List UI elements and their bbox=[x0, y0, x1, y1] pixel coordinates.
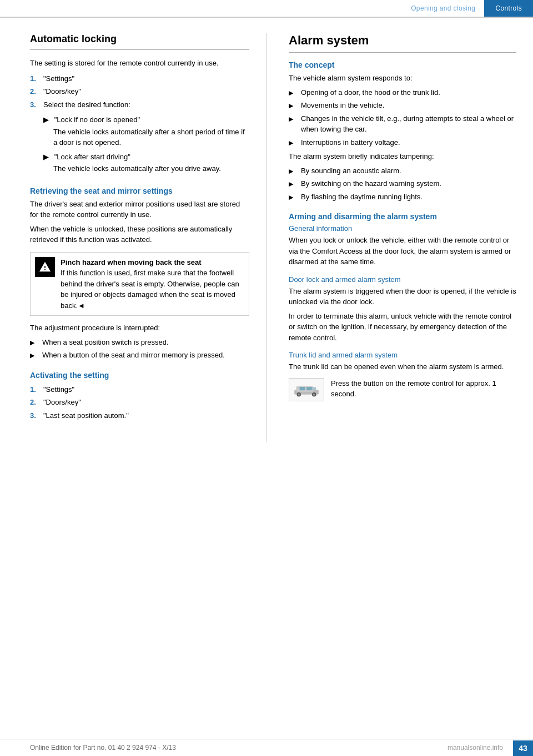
retrieving-title: Retrieving the seat and mirror settings bbox=[30, 187, 249, 195]
step-1-text: "Settings" bbox=[43, 73, 74, 84]
concept-intro: The vehicle alarm system responds to: bbox=[289, 73, 516, 84]
warning-line2: If this function is used, first make sur… bbox=[61, 269, 239, 310]
warning-line1: Pinch hazard when moving back the seat bbox=[61, 258, 202, 266]
step-2: 2. "Doors/key" bbox=[30, 86, 249, 97]
automatic-locking-section: Automatic locking The setting is stored … bbox=[30, 33, 249, 174]
footer-copyright: Online Edition for Part no. 01 40 2 924 … bbox=[30, 744, 176, 752]
trunk-section: Trunk lid and armed alarm system The tru… bbox=[289, 351, 516, 403]
car-icon bbox=[289, 378, 324, 401]
act-step-2-num: 2. bbox=[30, 397, 41, 408]
adj-bullet-1-text: When a seat position switch is pressed. bbox=[42, 337, 169, 348]
step-3-num: 3. bbox=[30, 99, 41, 110]
act-step-1-text: "Settings" bbox=[43, 384, 74, 395]
sub-option-1-body: The vehicle locks automatically after a … bbox=[53, 127, 249, 148]
act-step-1: 1. "Settings" bbox=[30, 384, 249, 395]
general-info-section: General information When you lock or unl… bbox=[289, 224, 516, 268]
concept-title: The concept bbox=[289, 61, 516, 69]
adjustment-bullet-2: ▶ When a button of the seat and mirror m… bbox=[30, 350, 249, 361]
svg-rect-8 bbox=[311, 387, 316, 389]
warning-box: Pinch hazard when moving back the seat I… bbox=[30, 252, 249, 316]
left-column: Automatic locking The setting is stored … bbox=[0, 33, 266, 442]
warning-text: Pinch hazard when moving back the seat I… bbox=[61, 257, 244, 311]
concept-bullet-2: ▶ Movements in the vehicle. bbox=[289, 100, 516, 111]
sub-option-1: ▶ "Lock if no door is opened" The vehicl… bbox=[43, 114, 249, 148]
arming-section: Arming and disarming the alarm system Ge… bbox=[289, 212, 516, 403]
act-step-3-text: "Last seat position autom." bbox=[43, 410, 129, 421]
adj-arrow-1: ▶ bbox=[30, 337, 38, 347]
automatic-locking-title: Automatic locking bbox=[30, 33, 249, 45]
activating-steps: 1. "Settings" 2. "Doors/key" 3. "Last se… bbox=[30, 384, 249, 421]
sub-arrow-2: ▶ bbox=[43, 153, 49, 161]
arming-title: Arming and disarming the alarm system bbox=[289, 212, 516, 221]
concept-bullet-4: ▶ Interruptions in battery voltage. bbox=[289, 137, 516, 148]
tb-arrow-3: ▶ bbox=[289, 191, 296, 202]
right-column: Alarm system The concept The vehicle ala… bbox=[266, 33, 533, 442]
alarm-title-rule bbox=[289, 52, 516, 53]
car-note-text: Press the button on the remote control f… bbox=[331, 378, 516, 400]
act-step-1-num: 1. bbox=[30, 384, 41, 395]
automatic-locking-steps: 1. "Settings" 2. "Doors/key" 3. Select t… bbox=[30, 73, 249, 110]
cb-arrow-4: ▶ bbox=[289, 137, 296, 148]
sub-option-2: ▶ "Lock after start driving" The vehicle… bbox=[43, 152, 249, 174]
act-step-2-text: "Doors/key" bbox=[43, 397, 81, 408]
sub-arrow-1: ▶ bbox=[43, 115, 49, 124]
concept-section: The concept The vehicle alarm system res… bbox=[289, 61, 516, 202]
activating-title: Activating the setting bbox=[30, 371, 249, 380]
footer-page-number: 43 bbox=[513, 740, 533, 756]
retrieving-para2: When the vehicle is unlocked, these posi… bbox=[30, 224, 249, 245]
door-lock-section: Door lock and armed alarm system The ala… bbox=[289, 275, 516, 344]
step-2-text: "Doors/key" bbox=[43, 86, 81, 97]
activating-section: Activating the setting 1. "Settings" 2. … bbox=[30, 371, 249, 421]
concept-bullet-3-text: Changes in the vehicle tilt, e.g., durin… bbox=[301, 113, 516, 135]
door-lock-title: Door lock and armed alarm system bbox=[289, 275, 516, 284]
adjustment-bullets: ▶ When a seat position switch is pressed… bbox=[30, 337, 249, 361]
automatic-locking-intro: The setting is stored for the remote con… bbox=[30, 58, 249, 69]
header-bar: Opening and closing Controls bbox=[0, 0, 533, 18]
cb-arrow-3: ▶ bbox=[289, 113, 296, 124]
general-info-title: General information bbox=[289, 224, 516, 233]
title-rule bbox=[30, 49, 249, 50]
car-svg bbox=[293, 381, 320, 398]
step-3: 3. Select the desired function: bbox=[30, 99, 249, 110]
cb-arrow-1: ▶ bbox=[289, 87, 296, 98]
header-controls-label: Controls bbox=[484, 0, 533, 17]
concept-bullet-1: ▶ Opening of a door, the hood or the tru… bbox=[289, 87, 516, 98]
adj-arrow-2: ▶ bbox=[30, 350, 38, 360]
act-step-3: 3. "Last seat position autom." bbox=[30, 410, 249, 421]
concept-bullet-2-text: Movements in the vehicle. bbox=[301, 100, 384, 111]
sub-option-2-label: "Lock after start driving" bbox=[54, 153, 130, 161]
concept-bullet-4-text: Interruptions in battery voltage. bbox=[301, 137, 400, 148]
step-1-num: 1. bbox=[30, 73, 41, 84]
act-step-3-num: 3. bbox=[30, 410, 41, 421]
footer-site: manualsonline.info bbox=[447, 744, 503, 752]
concept-bullet-1-text: Opening of a door, the hood or the trunk… bbox=[301, 87, 440, 98]
concept-bullets: ▶ Opening of a door, the hood or the tru… bbox=[289, 87, 516, 148]
adjustment-bullet-1: ▶ When a seat position switch is pressed… bbox=[30, 337, 249, 348]
alarm-system-title: Alarm system bbox=[289, 33, 516, 48]
tampering-bullet-2: ▶ By switching on the hazard warning sys… bbox=[289, 178, 516, 189]
tampering-bullet-3: ▶ By flashing the daytime running lights… bbox=[289, 191, 516, 203]
step-2-num: 2. bbox=[30, 86, 41, 97]
concept-bullet-3: ▶ Changes in the vehicle tilt, e.g., dur… bbox=[289, 113, 516, 135]
svg-point-7 bbox=[313, 393, 315, 395]
sub-option-2-body: The vehicle locks automatically after yo… bbox=[53, 163, 249, 174]
retrieving-section: Retrieving the seat and mirror settings … bbox=[30, 187, 249, 361]
car-note-box: Press the button on the remote control f… bbox=[289, 378, 516, 403]
tampering-bullet-3-text: By flashing the daytime running lights. bbox=[301, 191, 423, 203]
step-3-text: Select the desired function: bbox=[43, 99, 130, 110]
tampering-intro: The alarm system briefly indicates tampe… bbox=[289, 151, 516, 162]
triangle-warning-icon bbox=[39, 261, 51, 273]
retrieving-para1: The driver's seat and exterior mirror po… bbox=[30, 199, 249, 220]
act-step-2: 2. "Doors/key" bbox=[30, 397, 249, 408]
footer: Online Edition for Part no. 01 40 2 924 … bbox=[0, 739, 533, 756]
door-lock-para1: The alarm system is triggered when the d… bbox=[289, 286, 516, 308]
tb-arrow-1: ▶ bbox=[289, 165, 296, 176]
trunk-intro: The trunk lid can be opened even when th… bbox=[289, 361, 516, 372]
warning-icon bbox=[35, 257, 55, 277]
svg-rect-2 bbox=[300, 387, 305, 390]
header-section-label: Opening and closing bbox=[402, 4, 484, 12]
adj-bullet-2-text: When a button of the seat and mirror mem… bbox=[42, 350, 225, 361]
sub-option-1-label: "Lock if no door is opened" bbox=[54, 115, 140, 124]
trunk-title: Trunk lid and armed alarm system bbox=[289, 351, 516, 359]
main-content: Automatic locking The setting is stored … bbox=[0, 18, 533, 442]
